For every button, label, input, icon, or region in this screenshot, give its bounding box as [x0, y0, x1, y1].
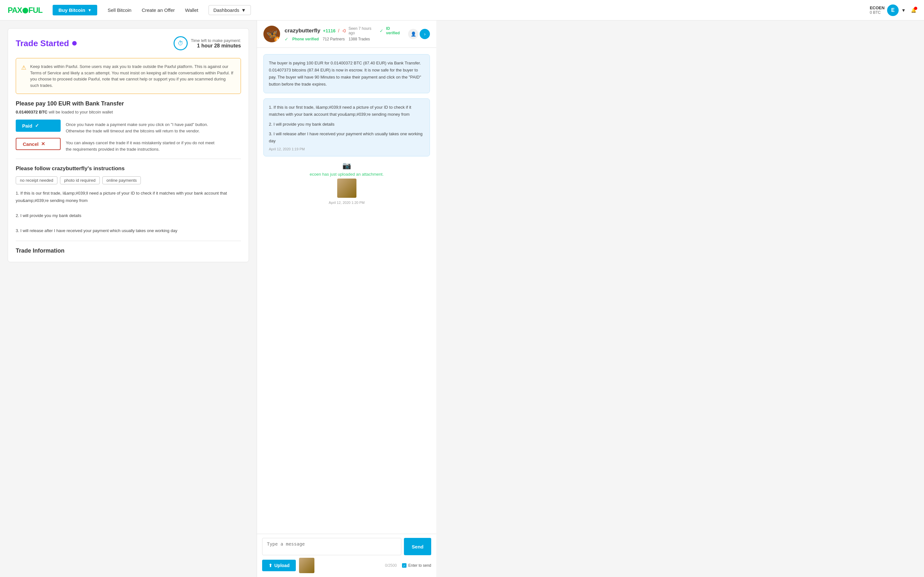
checkmark-icon: ✓: [35, 123, 39, 129]
chevron-down-icon: ▼: [241, 7, 246, 13]
btc-amount-label: will be loaded to your bitcoin wallet: [49, 110, 113, 114]
attachment-label[interactable]: ecoen has just uploaded an attachment.: [263, 172, 430, 177]
tag-no-receipt: no receipt needed: [16, 176, 57, 184]
chat-message-time: April 12, 2020 1:19 PM: [269, 147, 425, 151]
sell-bitcoin-link[interactable]: Sell Bitcoin: [107, 7, 131, 13]
chat-input[interactable]: [262, 538, 401, 555]
chat-message-2: 2. I will provide you my bank details: [269, 121, 425, 128]
enter-to-send-label: Enter to send: [409, 563, 431, 568]
btc-amount-value: 0.01400372 BTC: [16, 110, 47, 114]
create-offer-link[interactable]: Create an Offer: [142, 7, 175, 13]
instruction-tags: no receipt needed photo id required onli…: [16, 176, 241, 184]
paid-label: Paid: [22, 123, 32, 129]
instruction-2: 2. I will provide you my bank details: [16, 212, 241, 219]
paid-button[interactable]: Paid ✓: [16, 119, 61, 132]
seller-avatar: 🦋 ₿: [263, 26, 280, 42]
chat-seller-bubble: 1. If this is our first trade, I&amp;#03…: [263, 98, 430, 156]
seller-name-row: crazybutterfly +1116 / -0 Seen 7 hours a…: [284, 26, 404, 35]
warning-box: ⚠ Keep trades within Paxful. Some users …: [16, 58, 241, 94]
header-left: PAXFUL Buy Bitcoin ▼ Sell Bitcoin Create…: [8, 5, 251, 15]
chat-area: The buyer is paying 100 EUR for 0.014003…: [257, 48, 436, 534]
seller-trades: 1388 Trades: [349, 37, 370, 41]
warning-text: Keep trades within Paxful. Some users ma…: [30, 63, 236, 89]
attachment-time: April 12, 2020 1:20 PM: [263, 201, 430, 205]
chat-input-row: Send: [262, 538, 431, 555]
upload-row: ⬆ Upload: [262, 558, 314, 573]
warning-icon: ⚠: [21, 64, 26, 89]
chevron-down-icon: ▼: [88, 8, 92, 13]
pay-title: Please pay 100 EUR with Bank Transfer: [16, 100, 241, 107]
nav-prev-button[interactable]: 👤: [408, 29, 418, 39]
btc-amount-desc: 0.01400372 BTC will be loaded to your bi…: [16, 110, 241, 114]
x-icon: ✕: [41, 141, 45, 147]
instructions-title: Please follow crazybutterfly's instructi…: [16, 165, 241, 172]
trade-header: Trade Started ⏱ Time left to make paymen…: [16, 36, 241, 50]
notifications-button[interactable]: 🔔: [911, 8, 916, 13]
cancel-label: Cancel: [23, 141, 39, 147]
wallet-link[interactable]: Wallet: [185, 7, 198, 13]
user-info: ECOEN 0 BTC E ▼: [870, 5, 906, 16]
chevron-right-icon: ›: [424, 31, 426, 37]
seller-seen: Seen 7 hours ago: [349, 26, 377, 35]
main-layout: Trade Started ⏱ Time left to make paymen…: [0, 21, 924, 577]
timer-value: 1 hour 28 minutes: [191, 43, 241, 49]
chat-options-row: ⬆ Upload 0/2500 ✓ Enter to send: [262, 558, 431, 573]
send-button[interactable]: Send: [404, 538, 431, 555]
cancel-description: You can always cancel the trade if it wa…: [66, 138, 220, 152]
cancel-button[interactable]: Cancel ✕: [16, 138, 61, 150]
instructions-post: 's instructions: [87, 165, 125, 171]
checkmark-icon: ✓: [380, 28, 383, 33]
trade-started-heading: Trade Started: [16, 39, 69, 48]
avatar[interactable]: E: [887, 5, 899, 16]
camera-icon: 📷: [263, 161, 430, 170]
seller-badges: ✓ Phone verified 712 Partners 1388 Trade…: [284, 37, 404, 42]
phone-verified-badge: Phone verified: [292, 37, 319, 41]
instructions-text: 1. If this is our first trade, I&amp;#03…: [16, 189, 241, 234]
instructions-username: crazybutterfly: [52, 165, 87, 171]
trade-info-title: Trade Information: [16, 247, 241, 254]
chat-message-3: 3. I will release after I have received …: [269, 131, 425, 145]
seller-rating-neg: /: [338, 28, 339, 33]
trade-status-dot: [72, 41, 77, 45]
tag-photo-id: photo id required: [60, 176, 100, 184]
upload-label: Upload: [274, 563, 289, 568]
enter-to-send-option[interactable]: ✓ Enter to send: [402, 563, 431, 568]
timer-box: ⏱ Time left to make payment: 1 hour 28 m…: [174, 36, 241, 50]
seller-rating-pos: +1116: [323, 28, 335, 33]
buy-bitcoin-label: Buy Bitcoin: [58, 7, 85, 13]
user-name: ECOEN: [870, 5, 885, 10]
chat-bubble-text: The buyer is paying 100 EUR for 0.014003…: [269, 60, 425, 88]
dashboards-label: Dashboards: [213, 7, 239, 13]
right-panel: 🦋 ₿ crazybutterfly +1116 / -0 Seen 7 hou…: [257, 21, 436, 577]
image-thumbnail[interactable]: [299, 558, 314, 573]
timer-icon: ⏱: [174, 36, 188, 50]
enter-to-send-checkbox[interactable]: ✓: [402, 563, 407, 568]
upload-icon: ⬆: [268, 563, 272, 568]
instruction-1: 1. If this is our first trade, I&amp;#03…: [16, 189, 241, 205]
avatar-icon: 👤: [411, 31, 416, 37]
seller-info: crazybutterfly +1116 / -0 Seen 7 hours a…: [284, 26, 404, 42]
chat-input-area: Send ⬆ Upload 0/2500 ✓ Enter to send: [257, 534, 436, 577]
timer-label: Time left to make payment:: [191, 38, 241, 43]
buy-bitcoin-button[interactable]: Buy Bitcoin ▼: [53, 5, 97, 15]
header: PAXFUL Buy Bitcoin ▼ Sell Bitcoin Create…: [0, 0, 924, 21]
instructions-pre: Please follow: [16, 165, 52, 171]
chevron-down-icon[interactable]: ▼: [901, 8, 906, 13]
seller-name: crazybutterfly: [284, 27, 320, 34]
attachment-area: 📷 ecoen has just uploaded an attachment.…: [263, 161, 430, 205]
divider-2: [16, 241, 241, 241]
seller-partners: 712 Partners: [323, 37, 345, 41]
logo[interactable]: PAXFUL: [8, 6, 42, 15]
seller-header: 🦋 ₿ crazybutterfly +1116 / -0 Seen 7 hou…: [257, 21, 436, 48]
header-right: ECOEN 0 BTC E ▼ 🔔: [870, 5, 916, 16]
chat-message-1: 1. If this is our first trade, I&amp;#03…: [269, 104, 425, 118]
id-verified-badge: ID verified: [386, 26, 404, 35]
cancel-action-row: Cancel ✕ You can always cancel the trade…: [16, 138, 241, 152]
trade-title: Trade Started: [16, 39, 77, 48]
bitcoin-badge: ₿: [274, 37, 280, 42]
attachment-thumbnail[interactable]: [337, 179, 357, 198]
nav-next-button[interactable]: ›: [420, 29, 430, 39]
upload-button[interactable]: ⬆ Upload: [262, 560, 296, 571]
dashboards-dropdown[interactable]: Dashboards ▼: [208, 5, 251, 15]
trade-card: Trade Started ⏱ Time left to make paymen…: [8, 28, 249, 262]
